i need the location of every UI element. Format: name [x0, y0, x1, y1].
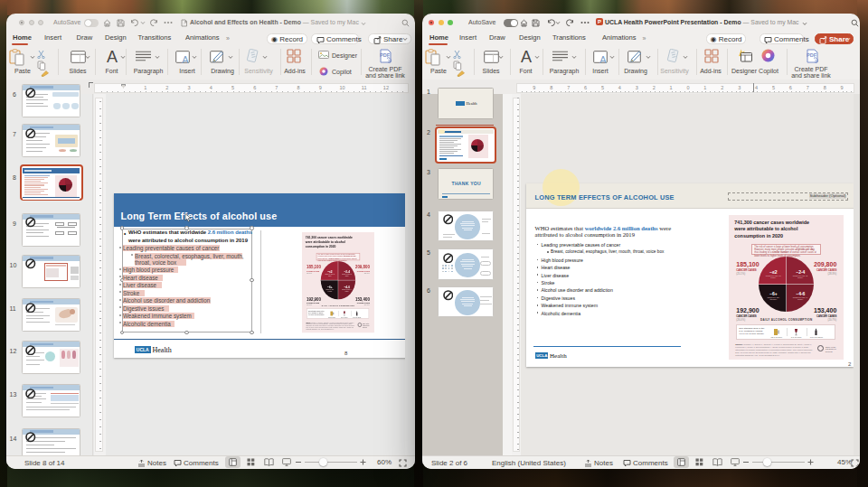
svg-text:A: A — [182, 54, 189, 64]
svg-text:PDF: PDF — [380, 52, 391, 58]
svg-text:A: A — [521, 49, 532, 64]
svg-text:A: A — [599, 54, 607, 64]
svg-text:A: A — [107, 49, 118, 64]
svg-text:PDF: PDF — [807, 52, 817, 58]
